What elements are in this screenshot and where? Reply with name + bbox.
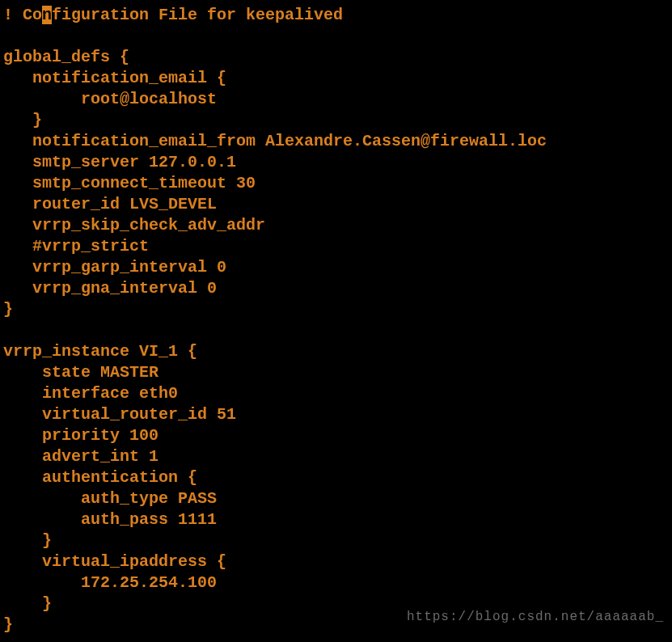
config-line: } — [3, 615, 13, 634]
config-line: interface eth0 — [3, 384, 178, 403]
config-line: notification_email { — [3, 69, 226, 87]
config-line: smtp_server 127.0.0.1 — [3, 153, 236, 171]
config-line: ! Configuration File for keepalived — [3, 6, 343, 24]
config-line: router_id LVS_DEVEL — [3, 195, 217, 213]
config-line: } — [3, 300, 13, 319]
watermark-text: https://blog.csdn.net/aaaaaab_ — [407, 606, 664, 627]
config-line: notification_email_from Alexandre.Cassen… — [3, 132, 547, 150]
config-line: } — [3, 111, 42, 129]
config-line: } — [3, 531, 52, 550]
config-line: auth_pass 1111 — [3, 510, 217, 529]
config-line: vrrp_garp_interval 0 — [3, 258, 226, 277]
terminal-output[interactable]: ! Configuration File for keepalived glob… — [0, 0, 672, 636]
config-line: root@localhost — [3, 90, 217, 108]
config-line: auth_type PASS — [3, 489, 217, 508]
cursor: n — [42, 6, 52, 24]
config-line: authentication { — [3, 468, 197, 487]
config-line: } — [3, 594, 52, 613]
config-line: vrrp_gna_interval 0 — [3, 279, 217, 298]
config-line: advert_int 1 — [3, 447, 158, 466]
config-line: smtp_connect_timeout 30 — [3, 174, 256, 192]
config-line: virtual_ipaddress { — [3, 552, 226, 571]
config-line: priority 100 — [3, 426, 158, 445]
config-line: vrrp_instance VI_1 { — [3, 342, 197, 361]
config-line: 172.25.254.100 — [3, 573, 217, 592]
config-line: #vrrp_strict — [3, 237, 149, 256]
config-line: state MASTER — [3, 363, 158, 382]
config-line: virtual_router_id 51 — [3, 405, 236, 424]
config-line: global_defs { — [3, 48, 129, 66]
config-line: vrrp_skip_check_adv_addr — [3, 216, 265, 234]
